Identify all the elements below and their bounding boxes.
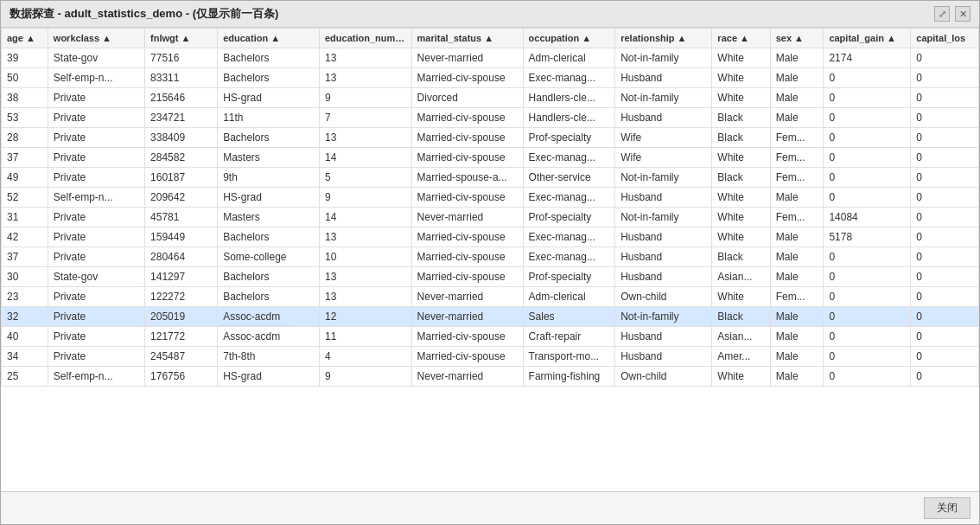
cell-race: Asian... [712, 327, 770, 347]
table-body: 39State-gov77516Bachelors13Never-married… [2, 48, 979, 387]
cell-education: Bachelors [218, 227, 320, 247]
cell-race: Black [712, 307, 770, 327]
cell-fnlwgt: 160187 [145, 168, 218, 188]
table-row: 52Self-emp-n...209642HS-grad9Married-civ… [2, 188, 979, 208]
table-row: 42Private159449Bachelors13Married-civ-sp… [2, 227, 979, 247]
cell-age: 25 [2, 367, 48, 387]
col-header-workclass[interactable]: workclass ▲ [48, 29, 144, 48]
tooltip-box: Assoc-acdm [218, 326, 290, 327]
cell-occupation: Exec-manag... [523, 227, 615, 247]
cell-education: Some-college [218, 247, 320, 267]
col-header-education_num[interactable]: education_num ▲ [319, 29, 411, 48]
cell-relationship: Husband [615, 188, 712, 208]
cell-capital_gain: 0 [824, 287, 911, 307]
cell-capital_gain: 14084 [824, 208, 911, 227]
cell-age: 38 [2, 88, 48, 108]
cell-occupation: Transport-mo... [523, 347, 615, 367]
cell-occupation: Prof-specialty [523, 267, 615, 287]
col-header-education[interactable]: education ▲ [218, 29, 320, 48]
cell-education_num: 9 [319, 188, 411, 208]
cell-race: White [712, 227, 770, 247]
cell-age: 49 [2, 168, 48, 188]
cell-age: 34 [2, 347, 48, 367]
cell-education: HS-grad [218, 188, 320, 208]
cell-fnlwgt: 45781 [145, 208, 218, 227]
cell-capital_loss: 0 [911, 128, 979, 148]
cell-education_num: 12 [319, 307, 411, 327]
table-row: 28Private338409Bachelors13Married-civ-sp… [2, 128, 979, 148]
col-header-capital_gain[interactable]: capital_gain ▲ [824, 29, 911, 48]
col-header-race[interactable]: race ▲ [712, 29, 770, 48]
cell-capital_gain: 0 [824, 128, 911, 148]
cell-occupation: Exec-manag... [523, 68, 615, 88]
cell-occupation: Adm-clerical [523, 287, 615, 307]
cell-occupation: Prof-specialty [523, 208, 615, 227]
cell-marital_status: Never-married [411, 367, 523, 387]
cell-capital_loss: 0 [911, 287, 979, 307]
cell-relationship: Not-in-family [615, 48, 712, 68]
cell-age: 50 [2, 68, 48, 88]
col-header-marital_status[interactable]: marital_status ▲ [411, 29, 523, 48]
cell-education_num: 11 [319, 327, 411, 347]
cell-marital_status: Married-civ-spouse [411, 247, 523, 267]
cell-workclass: Private [48, 247, 144, 267]
table-row: 30State-gov141297Bachelors13Married-civ-… [2, 267, 979, 287]
cell-education_num: 13 [319, 128, 411, 148]
cell-education_num: 14 [319, 208, 411, 227]
cell-relationship: Own-child [615, 287, 712, 307]
cell-education: Bachelors [218, 128, 320, 148]
cell-capital_gain: 0 [824, 188, 911, 208]
cell-relationship: Husband [615, 227, 712, 247]
cell-relationship: Husband [615, 247, 712, 267]
cell-capital_loss: 0 [911, 208, 979, 227]
table-row: 31Private45781Masters14Never-marriedProf… [2, 208, 979, 227]
title-bar-controls: ⤢ ✕ [934, 6, 970, 22]
cell-sex: Male [770, 48, 824, 68]
cell-race: White [712, 48, 770, 68]
cell-education: Assoc-acdmAssoc-acdm [218, 307, 320, 327]
col-header-capital_loss[interactable]: capital_los [911, 29, 979, 48]
cell-occupation: Other-service [523, 168, 615, 188]
cell-capital_gain: 0 [824, 347, 911, 367]
cell-occupation: Exec-manag... [523, 188, 615, 208]
cell-occupation: Exec-manag... [523, 148, 615, 168]
cell-capital_gain: 0 [824, 267, 911, 287]
cell-relationship: Wife [615, 128, 712, 148]
cell-education: Bachelors [218, 68, 320, 88]
cell-marital_status: Divorced [411, 88, 523, 108]
cell-fnlwgt: 215646 [145, 88, 218, 108]
cell-capital_gain: 0 [824, 108, 911, 128]
cell-marital_status: Married-civ-spouse [411, 188, 523, 208]
cell-capital_gain: 0 [824, 307, 911, 327]
cell-fnlwgt: 83311 [145, 68, 218, 88]
cell-race: Black [712, 247, 770, 267]
cell-fnlwgt: 121772 [145, 327, 218, 347]
table-row: 23Private122272Bachelors13Never-marriedA… [2, 287, 979, 307]
close-footer-button[interactable]: 关闭 [924, 497, 970, 519]
cell-sex: Fem... [770, 168, 824, 188]
col-header-relationship[interactable]: relationship ▲ [615, 29, 712, 48]
cell-capital_loss: 0 [911, 267, 979, 287]
cell-education_num: 13 [319, 287, 411, 307]
expand-button[interactable]: ⤢ [934, 6, 950, 22]
col-header-occupation[interactable]: occupation ▲ [523, 29, 615, 48]
cell-sex: Male [770, 367, 824, 387]
cell-fnlwgt: 284582 [145, 148, 218, 168]
col-header-fnlwgt[interactable]: fnlwgt ▲ [145, 29, 218, 48]
col-header-age[interactable]: age ▲ [2, 29, 48, 48]
table-row: 37Private284582Masters14Married-civ-spou… [2, 148, 979, 168]
cell-fnlwgt: 122272 [145, 287, 218, 307]
close-button[interactable]: ✕ [955, 6, 970, 22]
cell-workclass: State-gov [48, 267, 144, 287]
cell-education_num: 7 [319, 108, 411, 128]
cell-race: White [712, 188, 770, 208]
cell-capital_loss: 0 [911, 367, 979, 387]
cell-education_num: 4 [319, 347, 411, 367]
cell-fnlwgt: 77516 [145, 48, 218, 68]
cell-marital_status: Never-married [411, 208, 523, 227]
cell-sex: Male [770, 227, 824, 247]
cell-age: 52 [2, 188, 48, 208]
table-row: 53Private23472111th7Married-civ-spouseHa… [2, 108, 979, 128]
col-header-sex[interactable]: sex ▲ [770, 29, 824, 48]
table-container: age ▲workclass ▲fnlwgt ▲education ▲educa… [1, 28, 979, 491]
